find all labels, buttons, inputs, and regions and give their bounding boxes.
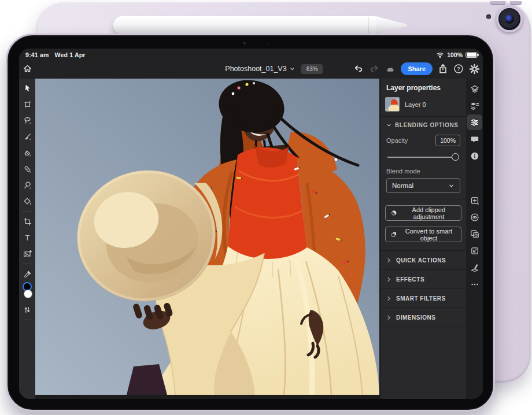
healing-brush-tool[interactable] xyxy=(19,161,35,177)
tool-bar: T xyxy=(19,79,35,399)
section-quick-actions[interactable]: QUICK ACTIONS xyxy=(380,250,466,269)
redo-icon[interactable] xyxy=(369,64,379,74)
layer-mask-icon xyxy=(470,229,479,239)
zoom-level-badge[interactable]: 63% xyxy=(301,64,323,74)
place-photo-tool[interactable] xyxy=(19,246,35,262)
info-icon xyxy=(470,151,479,161)
layer-properties-panel: Layer properties Layer 0 BLENDING OPTION… xyxy=(379,79,466,399)
more-dots-icon xyxy=(470,280,479,289)
dodge-icon xyxy=(23,181,32,190)
settings-gear-icon[interactable] xyxy=(469,64,480,75)
more-options-button[interactable] xyxy=(467,276,482,292)
home-button[interactable] xyxy=(23,64,32,73)
undo-icon[interactable] xyxy=(353,64,364,74)
transform-tool[interactable] xyxy=(19,96,35,112)
status-bar: 9:41 am Wed 1 Apr 100% xyxy=(19,49,483,59)
eraser-tool[interactable] xyxy=(19,144,35,161)
eyedropper-icon xyxy=(23,270,32,279)
layer-thumbnail xyxy=(385,97,400,112)
swap-colors-tool[interactable] xyxy=(19,302,35,318)
opacity-row: Opacity 100% xyxy=(380,134,466,147)
add-clipped-adjustment-button[interactable]: Add clipped adjustment xyxy=(385,205,461,221)
blend-mode-dropdown[interactable]: Normal xyxy=(386,178,460,193)
convert-smart-object-button[interactable]: Convert to smart object xyxy=(385,227,461,242)
workspace: T xyxy=(19,79,483,399)
scene: 9:41 am Wed 1 Apr 100% xyxy=(0,0,532,415)
bandage-icon xyxy=(23,165,32,173)
adjustment-half-circle-icon xyxy=(391,209,397,217)
comments-button[interactable] xyxy=(467,131,482,147)
eraser-icon xyxy=(23,149,32,157)
adjustments-button[interactable] xyxy=(467,114,482,130)
svg-text:T: T xyxy=(25,234,29,242)
chevron-down-icon xyxy=(290,66,295,72)
crop-icon xyxy=(23,217,32,226)
opacity-value[interactable]: 100% xyxy=(435,135,460,146)
slider-knob[interactable] xyxy=(452,153,459,161)
panel-divider xyxy=(380,199,466,199)
panel-title: Layer properties xyxy=(380,79,466,96)
export-icon[interactable] xyxy=(438,64,448,74)
slider-track xyxy=(387,157,459,158)
chevron-down-icon xyxy=(448,183,455,189)
snapping-button[interactable] xyxy=(467,243,482,258)
layer-visibility-button[interactable] xyxy=(467,209,482,225)
blending-options-header[interactable]: BLENDING OPTIONS xyxy=(380,117,466,134)
layer-properties-icon xyxy=(470,101,479,110)
layer-mask-button[interactable] xyxy=(467,226,482,242)
move-tool[interactable] xyxy=(19,80,35,96)
visibility-eye-icon xyxy=(470,213,479,222)
layer-properties-button[interactable] xyxy=(467,98,482,113)
canvas-area[interactable] xyxy=(35,79,379,399)
eyedropper-tool[interactable] xyxy=(19,266,35,282)
chevron-right-icon xyxy=(386,258,391,263)
background-color-chip[interactable] xyxy=(24,290,32,298)
appbar-actions: Share ? xyxy=(353,59,480,79)
move-cursor-icon xyxy=(23,84,32,92)
document-title-group: Photoshoot_01_V3 63% xyxy=(225,59,323,79)
lasso-select-tool[interactable] xyxy=(19,112,35,128)
blend-mode-value: Normal xyxy=(392,182,413,189)
layers-view-button[interactable] xyxy=(467,81,482,97)
color-chips[interactable] xyxy=(19,282,35,302)
section-smart-filters[interactable]: SMART FILTERS xyxy=(380,288,466,307)
document-title[interactable]: Photoshoot_01_V3 xyxy=(225,65,295,73)
dodge-burn-tool[interactable] xyxy=(19,177,35,193)
type-icon: T xyxy=(23,234,32,242)
share-button[interactable]: Share xyxy=(401,62,433,75)
battery-percent: 100% xyxy=(447,51,463,58)
pencil-body xyxy=(113,16,377,34)
brush-icon xyxy=(23,132,32,141)
add-layer-icon xyxy=(470,196,479,205)
document-info-button[interactable] xyxy=(467,148,482,164)
fill-tool[interactable] xyxy=(19,193,35,209)
volume-button-1 xyxy=(490,1,505,5)
smart-object-icon xyxy=(391,231,397,238)
adjustments-sliders-icon xyxy=(470,118,479,127)
add-layer-button[interactable] xyxy=(467,192,482,208)
app-top-bar: Photoshoot_01_V3 63% Share xyxy=(19,59,483,79)
document-title-text: Photoshoot_01_V3 xyxy=(225,65,286,73)
clean-tools-button[interactable] xyxy=(467,260,482,275)
chevron-down-icon xyxy=(386,123,391,128)
canvas-photo xyxy=(35,79,379,395)
layer-name: Layer 0 xyxy=(405,101,426,108)
type-tool[interactable]: T xyxy=(19,229,35,246)
front-sensor-dot xyxy=(267,43,268,45)
snap-corner-icon xyxy=(470,246,479,255)
volume-button-2 xyxy=(510,1,522,5)
apple-pencil xyxy=(113,16,409,34)
front-ipad: 9:41 am Wed 1 Apr 100% xyxy=(6,34,495,412)
help-icon[interactable]: ? xyxy=(453,64,464,74)
section-effects[interactable]: EFFECTS xyxy=(380,269,466,288)
section-dimensions[interactable]: DIMENSIONS xyxy=(380,307,466,327)
swap-arrows-icon xyxy=(23,306,31,314)
toolbar-divider xyxy=(23,320,32,320)
brush-tool[interactable] xyxy=(19,128,35,144)
layer-row[interactable]: Layer 0 xyxy=(380,96,466,116)
pencil-tip xyxy=(376,16,407,34)
paint-bucket-icon xyxy=(23,197,32,206)
cloud-sync-icon[interactable] xyxy=(385,64,396,74)
crop-tool[interactable] xyxy=(19,213,35,229)
opacity-slider[interactable] xyxy=(387,153,459,161)
